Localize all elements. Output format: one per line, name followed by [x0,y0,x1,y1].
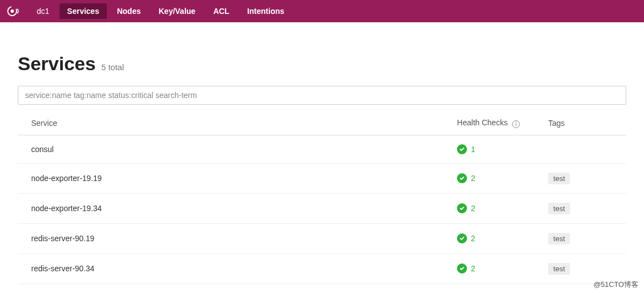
svg-point-2 [17,9,18,10]
check-circle-icon [457,144,467,154]
col-header-service[interactable]: Service [18,110,444,135]
service-name: redis-server-90.34 [18,253,444,284]
consul-logo-icon [7,4,20,18]
page-title: Services [18,53,96,75]
nav-key-value[interactable]: Key/Value [151,3,203,19]
col-header-health[interactable]: Health Checks i [444,110,535,135]
check-circle-icon [457,173,467,183]
service-name: consul [18,135,444,163]
health-cell: 2 [444,253,535,284]
services-table: Service Health Checks i Tags consul1node… [18,110,626,284]
health-count: 2 [471,204,475,213]
tag-pill[interactable]: test [548,173,570,184]
service-name: node-exporter-19.34 [18,193,444,223]
nav-acl[interactable]: ACL [205,3,237,19]
col-header-tags[interactable]: Tags [535,110,626,135]
table-row[interactable]: node-exporter-19.342test [18,193,626,223]
tags-cell: test [535,193,626,223]
tag-pill[interactable]: test [548,233,570,245]
info-icon[interactable]: i [512,120,520,128]
tags-cell: test [535,253,626,284]
check-circle-icon [457,233,467,243]
health-cell: 2 [444,223,535,253]
datacenter-selector[interactable]: dc1 [29,3,57,19]
health-count: 1 [471,145,475,154]
svg-point-3 [18,11,19,12]
nav-intentions[interactable]: Intentions [239,3,292,19]
tags-cell [535,135,626,163]
watermark: @51CTO博客 [593,280,638,284]
health-cell: 2 [444,193,535,223]
check-circle-icon [457,203,467,213]
top-navbar: dc1 Services Nodes Key/Value ACL Intenti… [0,0,644,22]
service-count: 5 total [101,62,124,72]
tags-cell: test [535,223,626,253]
health-cell: 1 [444,135,535,163]
page-header: Services 5 total [18,53,626,75]
health-count: 2 [471,234,475,243]
table-row[interactable]: consul1 [18,135,626,163]
health-count: 2 [471,174,475,183]
service-name: redis-server-90.19 [18,223,444,253]
health-count: 2 [471,264,475,273]
tags-cell: test [535,163,626,193]
search-input[interactable] [18,86,626,105]
table-row[interactable]: node-exporter-19.192test [18,163,626,193]
table-row[interactable]: redis-server-90.192test [18,223,626,253]
health-cell: 2 [444,163,535,193]
svg-point-4 [17,12,18,13]
service-name: node-exporter-19.19 [18,163,444,193]
tag-pill[interactable]: test [548,203,570,214]
table-row[interactable]: redis-server-90.342test [18,253,626,284]
nav-services[interactable]: Services [60,3,107,19]
tag-pill[interactable]: test [548,263,570,275]
check-circle-icon [457,263,467,274]
svg-point-1 [11,9,14,13]
nav-nodes[interactable]: Nodes [109,3,149,19]
